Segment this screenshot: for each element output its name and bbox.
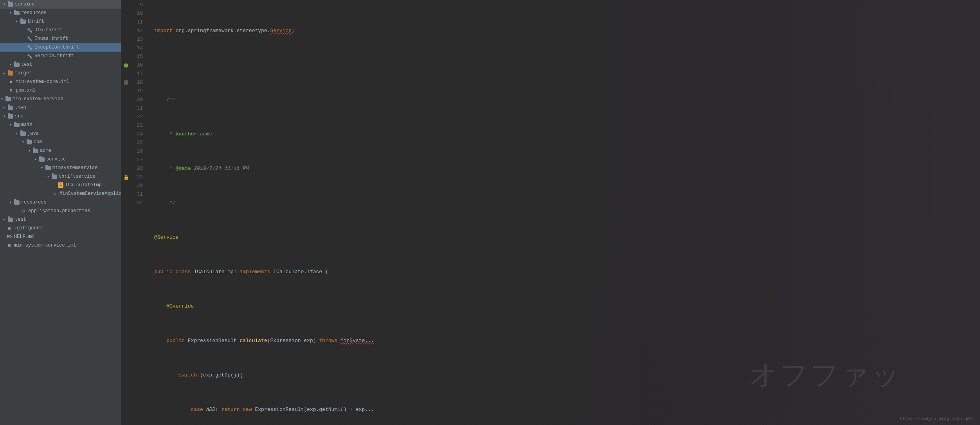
sidebar-item-label: src	[15, 113, 23, 119]
sidebar-item-label: minsystemservice	[52, 165, 97, 171]
folder-icon	[8, 106, 13, 110]
code-token: ;	[292, 27, 295, 35]
sidebar-item-target[interactable]: target	[0, 69, 121, 77]
sidebar-item-mvn[interactable]: .mvn	[0, 103, 121, 112]
gutter-line-29[interactable]: 🔒	[121, 173, 131, 182]
arrow-icon	[9, 122, 14, 127]
gitignore-file-icon: ▣	[6, 225, 13, 231]
sidebar-item-resources2[interactable]: resources	[0, 198, 121, 207]
sidebar-item-label: .mvn	[15, 105, 26, 110]
arrow-icon	[1, 97, 5, 101]
line-num-12: 12	[131, 27, 146, 35]
code-line-17: @Override	[154, 302, 980, 311]
arrow-icon	[47, 174, 52, 179]
gutter-line-25	[121, 139, 131, 147]
folder-icon	[14, 63, 20, 67]
code-token: /**	[154, 95, 176, 104]
sidebar-item-label: test	[21, 62, 32, 67]
sidebar-item-enums-thrift[interactable]: 🔧 Enums.thrift	[0, 34, 121, 43]
sidebar-item-dto-thrift[interactable]: 🔧 Dto.thrift	[0, 26, 121, 34]
folder-icon	[14, 11, 20, 15]
sidebar-item-src[interactable]: src	[0, 112, 121, 121]
thrift-file-icon: 🔧	[27, 44, 33, 50]
thrift-file-icon: 🔧	[27, 27, 33, 33]
gutter-line-13	[121, 35, 131, 44]
gutter-line-21	[121, 104, 131, 113]
gutter-line-31	[121, 190, 131, 199]
code-token: class	[176, 268, 194, 276]
sidebar-item-resources[interactable]: resources	[0, 9, 121, 17]
code-line-19: switch (exp.getOp()){	[154, 371, 980, 380]
sidebar-item-label: acme	[40, 148, 51, 153]
code-line-20: case ADD: return new ExpressionResult(ex…	[154, 405, 980, 414]
sidebar-item-gitignore[interactable]: ▣ .gitignore	[0, 224, 121, 232]
sidebar-item-label: resources	[21, 200, 47, 205]
folder-icon	[52, 175, 57, 179]
gutter-line-9	[121, 1, 131, 9]
arrow-icon	[28, 148, 33, 153]
sidebar-item-acme[interactable]: acme	[0, 146, 121, 155]
sidebar-item-com[interactable]: com	[0, 138, 121, 146]
folder-icon	[8, 114, 13, 119]
sidebar-item-help-md[interactable]: MD HELP.md	[0, 232, 121, 241]
iml-file-icon: ▣	[6, 242, 13, 249]
sidebar-item-test[interactable]: test	[0, 60, 121, 69]
gutter-line-18[interactable]: ⬆	[121, 78, 131, 87]
arrow-icon	[34, 157, 39, 162]
sidebar-item-thrift[interactable]: thrift	[0, 17, 121, 26]
sidebar-item-service[interactable]: service	[0, 0, 121, 9]
code-line-14: */	[154, 199, 980, 207]
sidebar-item-label: Dto.thrift	[34, 27, 63, 33]
gutter-line-27	[121, 156, 131, 164]
java-class-icon: C	[58, 182, 63, 188]
sidebar-item-minsystemserviceapplication[interactable]: ⚙ MinSystemServiceApplication	[0, 189, 121, 198]
gutter-line-24	[121, 130, 131, 139]
line-num-14: 14	[131, 44, 146, 52]
line-num-29: 29	[131, 173, 146, 182]
arrow-icon	[3, 105, 8, 110]
sidebar-item-service-thrift[interactable]: 🔧 Service.thrift	[0, 52, 121, 60]
sidebar-item-label: service	[46, 157, 66, 162]
folder-icon	[20, 131, 26, 136]
sidebar-item-exception-thrift[interactable]: 🔧 Exception.thrift	[0, 43, 121, 52]
line-num-23: 23	[131, 121, 146, 130]
sidebar-item-label: thrift	[27, 19, 44, 24]
line-num-13: 13	[131, 35, 146, 44]
gutter-line-30	[121, 182, 131, 190]
code-line-18: public ExpressionResult calculate(Expres…	[154, 337, 980, 345]
sidebar-item-min-system-service[interactable]: min-system-service	[0, 95, 121, 103]
sidebar-item-label: Exception.thrift	[34, 45, 79, 50]
line-num-9: 9	[131, 1, 146, 9]
sidebar-item-java[interactable]: java	[0, 129, 121, 138]
sidebar-item-min-system-service-iml[interactable]: ▣ min-system-service.iml	[0, 241, 121, 250]
folder-icon	[8, 218, 13, 222]
code-editor: オフファッ https://xiejun.blog.csdn.net ⬢	[121, 0, 980, 425]
thrift-file-icon: 🔧	[27, 53, 33, 59]
code-line-13: * @date 2019/7/24 11:41 PM	[154, 164, 980, 173]
code-token: acme	[197, 130, 212, 139]
sidebar-item-test2[interactable]: test	[0, 215, 121, 224]
line-num-20: 20	[131, 95, 146, 104]
code-token: :	[215, 405, 222, 414]
line-num-27: 27	[131, 156, 146, 164]
gutter-line-11	[121, 18, 131, 27]
line-numbers: 9 10 11 12 13 14 15 16 17 18 19 20 21 22…	[131, 0, 150, 425]
folder-icon	[14, 200, 20, 205]
sidebar-item-minsystemservice[interactable]: minsystemservice	[0, 164, 121, 172]
sidebar-item-main[interactable]: main	[0, 121, 121, 129]
sidebar-item-min-system-core-iml[interactable]: ▣ min-system-core.iml	[0, 77, 121, 86]
sidebar-item-thriftservice[interactable]: thriftservice	[0, 172, 121, 181]
sidebar-item-label: .gitignore	[14, 225, 42, 231]
sidebar-item-app-properties[interactable]: ⚙ application.properties	[0, 207, 121, 215]
code-token: return new	[222, 405, 255, 414]
code-token: MinSyste...	[340, 337, 374, 345]
sidebar-item-label: target	[15, 70, 32, 76]
arrow-icon	[9, 200, 14, 205]
gutter-line-28	[121, 164, 131, 173]
sidebar-item-service2[interactable]: service	[0, 155, 121, 164]
gutter-line-16[interactable]: ⬢	[121, 61, 131, 70]
line-num-21: 21	[131, 104, 146, 113]
arrow-icon	[16, 19, 20, 24]
sidebar-item-pom-xml[interactable]: m pom.xml	[0, 86, 121, 95]
sidebar-item-tcalculateimpl[interactable]: C TCalculateImpl	[0, 181, 121, 189]
